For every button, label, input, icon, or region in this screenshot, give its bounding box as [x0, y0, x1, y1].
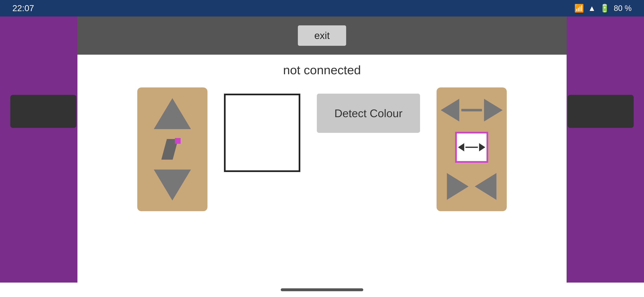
- play-stop-controls: [447, 173, 496, 200]
- play-button[interactable]: [447, 173, 468, 200]
- width-bar: [466, 147, 478, 148]
- arrow-left-button[interactable]: [441, 99, 459, 121]
- arrow-right-button[interactable]: [484, 99, 502, 121]
- status-icons: 📶 ▲ 🔋 80 %: [574, 4, 632, 13]
- nav-indicator[interactable]: [281, 288, 363, 291]
- left-handle: [10, 95, 76, 128]
- right-panel: [566, 16, 644, 287]
- battery-icon: 🔋: [600, 4, 610, 13]
- pen-icon[interactable]: [162, 138, 183, 161]
- left-control-panel: [137, 87, 208, 211]
- bottom-nav: [0, 283, 644, 297]
- horizontal-arrows: [441, 99, 502, 121]
- stop-button[interactable]: [475, 173, 496, 200]
- width-increase-icon: [479, 143, 485, 151]
- signal-icon: ▲: [588, 4, 596, 13]
- controls-area: Detect Colour: [78, 83, 566, 215]
- wifi-icon: 📶: [574, 4, 584, 13]
- down-button[interactable]: [154, 170, 191, 201]
- detect-colour-button[interactable]: Detect Colour: [317, 94, 420, 133]
- battery-percent: 80 %: [614, 4, 632, 13]
- status-bar: 22:07 📶 ▲ 🔋 80 %: [0, 0, 644, 16]
- connection-status: not connected: [78, 55, 566, 83]
- right-control-panel: [436, 87, 507, 211]
- h-bar: [461, 109, 482, 111]
- width-control[interactable]: [455, 132, 488, 163]
- width-decrease-icon: [458, 143, 464, 151]
- color-preview: [224, 94, 300, 172]
- main-content: exit not connected Detect Colour: [78, 16, 566, 287]
- exit-button[interactable]: exit: [298, 25, 346, 46]
- right-handle: [568, 95, 634, 128]
- status-time: 22:07: [12, 3, 34, 13]
- top-bar: exit: [78, 16, 566, 55]
- up-button[interactable]: [154, 98, 191, 129]
- left-panel: [0, 16, 78, 287]
